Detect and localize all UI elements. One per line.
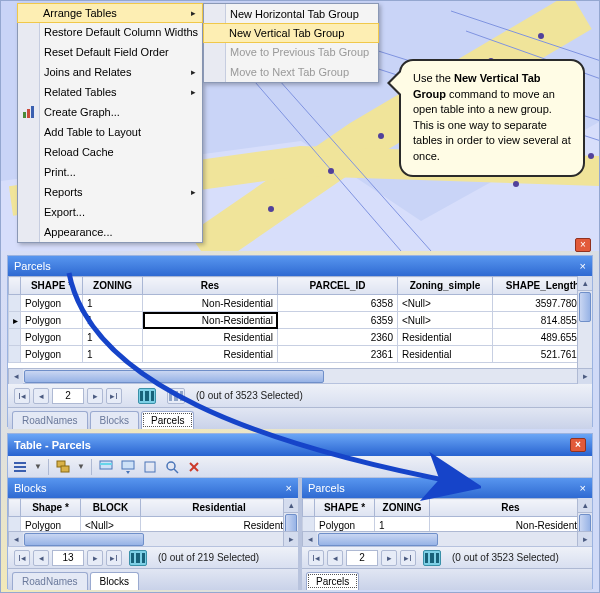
data-grid[interactable]: SHAPE *ZONINGResPARCEL_IDZoning_simpleSH… bbox=[8, 276, 592, 363]
table-cell[interactable] bbox=[9, 346, 21, 363]
nav-last-icon[interactable]: ▸I bbox=[106, 388, 122, 404]
menu-item[interactable]: Reload Cache bbox=[18, 142, 202, 162]
footer-tab[interactable]: RoadNames bbox=[12, 572, 88, 590]
show-selected-icon[interactable] bbox=[167, 388, 185, 404]
column-header[interactable]: SHAPE * bbox=[21, 277, 83, 295]
table-cell[interactable] bbox=[9, 329, 21, 346]
close-icon[interactable]: × bbox=[286, 482, 292, 494]
show-all-icon[interactable] bbox=[138, 388, 156, 404]
footer-tab[interactable]: RoadNames bbox=[12, 411, 88, 429]
table-cell[interactable]: 2361 bbox=[278, 346, 398, 363]
footer-tab[interactable]: Parcels bbox=[141, 411, 194, 429]
menu-item[interactable]: Appearance... bbox=[18, 222, 202, 242]
tab-title[interactable]: Parcels bbox=[14, 260, 51, 272]
column-header[interactable]: Res bbox=[430, 499, 592, 517]
table-cell[interactable]: Residential bbox=[398, 346, 493, 363]
vertical-scrollbar[interactable]: ▴ bbox=[577, 498, 592, 531]
menu-item[interactable]: Reset Default Field Order bbox=[18, 42, 202, 62]
data-grid[interactable]: Shape *BLOCKResidentialPolygon<Null>Resi… bbox=[8, 498, 298, 531]
column-header[interactable] bbox=[9, 277, 21, 295]
table-cell[interactable]: Non-Residential bbox=[143, 295, 278, 312]
related-tables-icon[interactable] bbox=[55, 459, 71, 475]
table-cell[interactable]: <Null> bbox=[398, 295, 493, 312]
column-header[interactable]: Shape * bbox=[21, 499, 81, 517]
table-cell[interactable]: Residential bbox=[398, 329, 493, 346]
table-cell[interactable]: 1 bbox=[375, 517, 430, 532]
nav-prev-icon[interactable]: ◂ bbox=[33, 550, 49, 566]
column-header[interactable]: Res bbox=[143, 277, 278, 295]
table-cell[interactable]: Polygon bbox=[21, 517, 81, 532]
table-cell[interactable]: Polygon bbox=[21, 295, 83, 312]
record-position-input[interactable] bbox=[346, 550, 378, 566]
delete-selection-icon[interactable] bbox=[186, 459, 202, 475]
menu-item[interactable]: Joins and Relates▸ bbox=[18, 62, 202, 82]
nav-first-icon[interactable]: I◂ bbox=[308, 550, 324, 566]
nav-next-icon[interactable]: ▸ bbox=[87, 550, 103, 566]
menu-item[interactable]: Reports▸ bbox=[18, 182, 202, 202]
nav-next-icon[interactable]: ▸ bbox=[381, 550, 397, 566]
show-all-icon[interactable] bbox=[129, 550, 147, 566]
horizontal-scrollbar[interactable]: ◂▸ bbox=[8, 368, 592, 383]
nav-last-icon[interactable]: ▸I bbox=[400, 550, 416, 566]
column-header[interactable] bbox=[9, 499, 21, 517]
column-header[interactable]: PARCEL_ID bbox=[278, 277, 398, 295]
options-menu-icon[interactable] bbox=[12, 459, 28, 475]
table-cell[interactable]: <Null> bbox=[81, 517, 141, 532]
menu-item[interactable]: Create Graph... bbox=[18, 102, 202, 122]
table-cell[interactable]: ▸ bbox=[9, 312, 21, 329]
nav-first-icon[interactable]: I◂ bbox=[14, 550, 30, 566]
table-cell[interactable]: Polygon bbox=[21, 312, 83, 329]
menu-item[interactable]: New Vertical Tab Group bbox=[203, 23, 379, 43]
table-cell[interactable]: Polygon bbox=[21, 329, 83, 346]
column-header[interactable]: BLOCK bbox=[81, 499, 141, 517]
table-cell[interactable]: Residential bbox=[143, 346, 278, 363]
menu-item[interactable]: Print... bbox=[18, 162, 202, 182]
nav-last-icon[interactable]: ▸I bbox=[106, 550, 122, 566]
close-icon[interactable]: × bbox=[570, 438, 586, 452]
tab-title[interactable]: Parcels bbox=[308, 482, 345, 494]
table-cell[interactable]: 1 bbox=[83, 329, 143, 346]
table-cell[interactable]: 1 bbox=[83, 346, 143, 363]
record-position-input[interactable] bbox=[52, 388, 84, 404]
table-cell[interactable] bbox=[9, 517, 21, 532]
table-cell[interactable] bbox=[303, 517, 315, 532]
table-cell[interactable]: Residential bbox=[143, 329, 278, 346]
vertical-scrollbar[interactable]: ▴ bbox=[577, 276, 592, 368]
column-header[interactable]: ZONING bbox=[83, 277, 143, 295]
switch-selection-icon[interactable] bbox=[120, 459, 136, 475]
close-icon[interactable]: × bbox=[580, 260, 586, 272]
table-cell[interactable]: Non-Residential bbox=[430, 517, 592, 532]
nav-prev-icon[interactable]: ◂ bbox=[327, 550, 343, 566]
column-header[interactable]: ZONING bbox=[375, 499, 430, 517]
table-cell[interactable]: 2360 bbox=[278, 329, 398, 346]
table-cell[interactable]: Polygon bbox=[315, 517, 375, 532]
table-cell[interactable]: 1 bbox=[83, 312, 143, 329]
table-cell[interactable]: Non-Residential bbox=[143, 312, 278, 329]
window-close-icon[interactable]: × bbox=[575, 238, 591, 252]
close-icon[interactable]: × bbox=[580, 482, 586, 494]
table-cell[interactable]: Residential bbox=[141, 517, 298, 532]
table-cell[interactable]: <Null> bbox=[398, 312, 493, 329]
column-header[interactable]: Zoning_simple bbox=[398, 277, 493, 295]
table-row[interactable]: Polygon1Non-Residential6358<Null>3597.78… bbox=[9, 295, 593, 312]
vertical-scrollbar[interactable]: ▴ bbox=[283, 498, 298, 531]
column-header[interactable] bbox=[303, 499, 315, 517]
select-by-attributes-icon[interactable] bbox=[98, 459, 114, 475]
table-cell[interactable]: 6359 bbox=[278, 312, 398, 329]
zoom-selection-icon[interactable] bbox=[164, 459, 180, 475]
menu-item[interactable]: Add Table to Layout bbox=[18, 122, 202, 142]
menu-item[interactable]: Restore Default Column Widths bbox=[18, 22, 202, 42]
table-row[interactable]: Polygon1Residential2360Residential489.65… bbox=[9, 329, 593, 346]
table-row[interactable]: ▸Polygon1Non-Residential6359<Null>814.85… bbox=[9, 312, 593, 329]
tab-title[interactable]: Blocks bbox=[14, 482, 46, 494]
data-grid[interactable]: SHAPE *ZONINGResPolygon1Non-Residential▸… bbox=[302, 498, 592, 531]
horizontal-scrollbar[interactable]: ◂▸ bbox=[8, 531, 298, 546]
nav-first-icon[interactable]: I◂ bbox=[14, 388, 30, 404]
table-row[interactable]: Polygon1Residential2361Residential521.76… bbox=[9, 346, 593, 363]
column-header[interactable]: SHAPE * bbox=[315, 499, 375, 517]
record-position-input[interactable] bbox=[52, 550, 84, 566]
nav-next-icon[interactable]: ▸ bbox=[87, 388, 103, 404]
menu-item[interactable]: New Horizontal Tab Group bbox=[204, 4, 378, 24]
table-cell[interactable]: Polygon bbox=[21, 346, 83, 363]
window-titlebar[interactable]: Table - Parcels × bbox=[8, 434, 592, 456]
